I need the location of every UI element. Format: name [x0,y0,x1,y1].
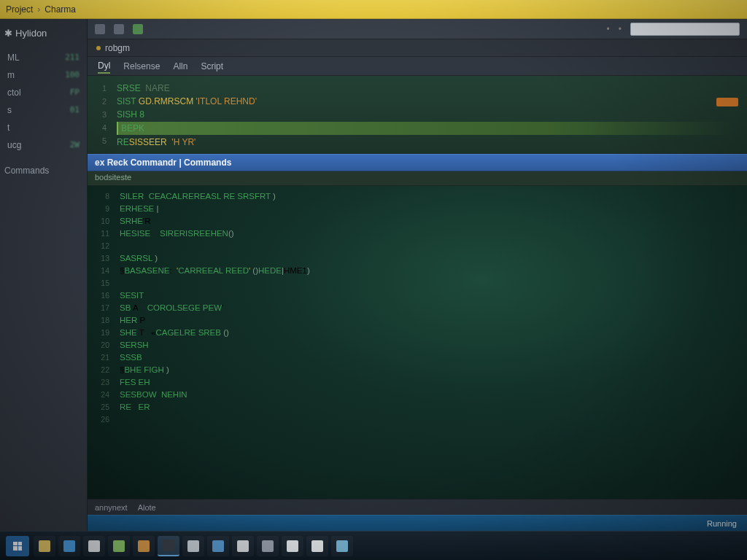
editor-icon [187,540,199,552]
dot-icon: • [607,24,610,34]
file-tab-label: robgm [105,43,130,53]
tab-script[interactable]: Script [201,60,223,73]
code-line[interactable]: SESBOW NEHIN [120,389,738,401]
code-line[interactable]: §BASASENE: 'CARREEAL REED' ()HEDE|HME1) [120,265,738,277]
warning-badge[interactable] [716,98,738,106]
sidebar-item-label: s [7,105,12,115]
code-line[interactable]: §BHE FIGH ) [120,364,738,376]
editor-top-pane[interactable]: 12345 SRSE NARESIST GD.RMRSCM 'ITLOL REH… [88,76,747,154]
commands-panel-header[interactable]: ex Reck Commandr | Commands [88,154,747,171]
folder-icon[interactable] [114,24,124,34]
code-line[interactable]: SB A COROLSEGE PEW' [120,302,738,314]
taskbar-app-editor[interactable] [182,536,204,556]
sidebar-item-label: ucg [7,140,21,150]
bottom-tab[interactable]: Alote [138,503,156,512]
breadcrumb-current[interactable]: Charma [44,4,76,15]
code-line[interactable]: FES EH [120,376,738,389]
taskbar-app-media[interactable] [232,536,254,556]
sidebar-item[interactable]: t [4,119,82,136]
asterisk-icon: ✱ [4,28,12,39]
code-line[interactable] [120,240,738,252]
mail-icon [88,540,100,552]
taskbar [0,531,747,560]
run-icon[interactable] [133,24,143,34]
taskbar-app-doc2[interactable] [306,536,328,556]
sidebar-item-label: ML [7,52,20,63]
media-icon [237,540,249,552]
content-area: • • robgm DylRelsenseAllnScript 12345 SR… [88,19,747,531]
sidebar-item[interactable]: ucg2W [4,136,82,154]
code-line[interactable]: HESISE SIRERISREEHEN() [120,228,738,240]
taskbar-app-doc1[interactable] [282,536,303,556]
taskbar-app-notes[interactable] [133,536,155,556]
taskbar-app-files[interactable] [207,536,229,556]
sidebar-item[interactable]: m100 [4,66,82,84]
sidebar-item-value: 2W [70,140,80,150]
code-line[interactable]: SHE T «CAGELRE SREB () [120,327,738,339]
modified-dot-icon [96,46,101,50]
start-button[interactable] [6,536,29,556]
code-line[interactable]: RESISSEER 'H YR' [117,136,738,149]
code-line[interactable]: SASRSL ) [120,252,738,265]
code-line[interactable]: SSSB [120,351,738,364]
files-icon [212,540,224,552]
taskbar-app-explorer[interactable] [34,536,55,556]
tab-dyl[interactable]: Dyl [98,59,110,74]
code-line[interactable]: SERSH [120,339,738,351]
sub-tabs: DylRelsenseAllnScript [88,57,747,76]
sidebar-item[interactable]: ctolFP [4,84,82,101]
breadcrumb-bar: Project › Charma [0,0,747,19]
code-line[interactable]: SIST GD.RMRSCM 'ITLOL REHND' [117,95,738,108]
explorer-icon [39,540,50,552]
gutter-bottom: 891011121314151617181920212223242526 [88,190,114,426]
sidebar-item-label: ctol [7,88,21,98]
bottom-tab[interactable]: annynext [95,503,128,512]
tab-alln[interactable]: Alln [173,60,187,73]
code-line[interactable]: HER P [120,314,738,327]
code-line[interactable]: BEPK [117,122,738,135]
doc2-icon [311,540,323,552]
panel-sub-label: bodsiteste [88,171,747,186]
taskbar-app-app3[interactable] [331,536,353,556]
code-line[interactable]: ERHESE | [120,203,738,215]
code-line[interactable]: SRSE NARE [117,82,738,95]
terminal-icon [163,540,174,551]
taskbar-app-settings[interactable] [257,536,279,556]
tab-relsense[interactable]: Relsense [123,60,160,73]
taskbar-app-mail[interactable] [83,536,105,556]
sidebar-item-value: FP [70,88,80,98]
search-input[interactable] [630,23,740,36]
sidebar-item-value: 100 [65,70,80,80]
app3-icon [336,540,348,552]
panel-title: ex Reck Commandr | Commands [95,158,231,168]
sidebar-item-label: t [7,122,9,133]
brand-label: Hylidon [15,28,47,39]
store-icon [113,540,125,552]
taskbar-app-browser[interactable] [58,536,80,556]
windows-icon [13,542,22,551]
chevron-right-icon: › [37,4,40,15]
code-line[interactable]: SILER CEACALREREASL RE SRSFRT ) [120,190,738,203]
sidebar-item[interactable]: s01 [4,101,82,119]
code-line[interactable]: SESIT [120,289,738,302]
code-line[interactable] [120,277,738,289]
toolbar: • • [88,19,747,39]
breadcrumb-root[interactable]: Project [6,4,33,15]
sidebar-item-value: 01 [70,105,80,115]
sidebar-section-commands[interactable]: Commands [4,166,82,176]
browser-icon [63,540,75,552]
taskbar-app-terminal[interactable] [158,536,179,556]
code-line[interactable]: SISH 8 [117,108,738,121]
taskbar-app-store[interactable] [108,536,130,556]
editor-bottom-pane[interactable]: 891011121314151617181920212223242526 SIL… [88,186,747,499]
code-line[interactable]: SRHE'R [120,215,738,228]
notes-icon [138,540,150,552]
grid-icon[interactable] [95,24,105,34]
sidebar-item[interactable]: ML211 [4,49,82,66]
file-tab[interactable]: robgm [88,39,747,57]
app-brand: ✱ Hylidon [4,28,82,39]
sidebar-item-label: m [7,70,15,80]
code-line[interactable]: RE ER [120,401,738,413]
gutter-top: 12345 [88,82,111,149]
bottom-tabs: annynextAlote [88,499,747,515]
